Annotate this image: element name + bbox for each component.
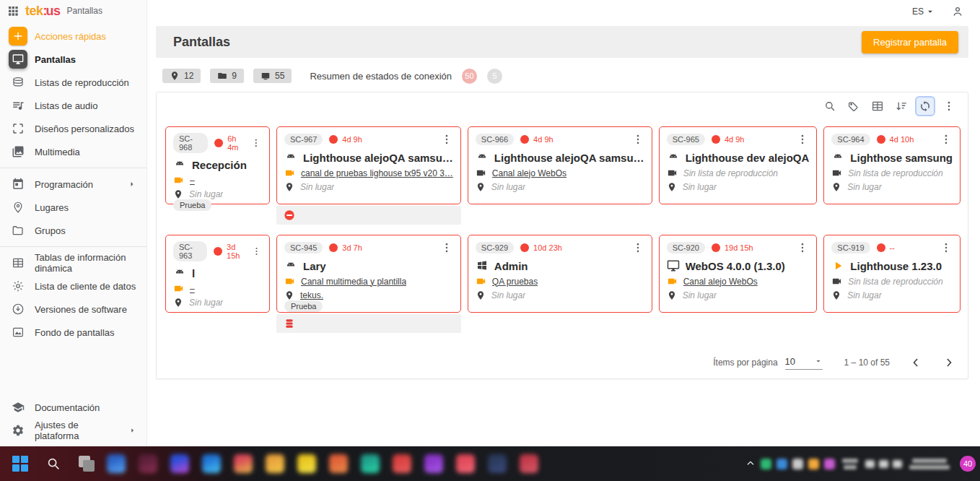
battery-icon[interactable] — [893, 460, 902, 468]
taskbar-app-icon[interactable] — [229, 449, 258, 478]
playlist-value: Sin lista de reproducción — [848, 277, 942, 287]
offline-duration: 4d 9h — [533, 135, 554, 144]
previous-page-button[interactable] — [909, 355, 923, 370]
sidebar-item-grupos[interactable]: Grupos — [0, 219, 146, 242]
counter-chip-groups-count[interactable]: 9 — [210, 69, 244, 83]
tray-overflow-button[interactable] — [745, 458, 756, 469]
sidebar-item-disenos-personalizados[interactable]: Diseños personalizados — [0, 117, 146, 140]
location-value[interactable]: tekus. — [300, 290, 323, 300]
tray-app-icon[interactable] — [761, 459, 771, 469]
screen-card[interactable]: SC-964 4d 10h Lighthose samsung Sin list… — [823, 126, 961, 204]
sidebar-item-ajustes-de-plataforma[interactable]: Ajustes de plataforma — [0, 419, 146, 442]
card-menu-button[interactable] — [940, 133, 953, 146]
tray-app-icon[interactable] — [776, 459, 787, 469]
tray-language-indicator[interactable] — [842, 459, 858, 469]
taskbar-app-icon[interactable] — [356, 449, 385, 478]
card-menu-button[interactable] — [631, 241, 644, 254]
screen-card[interactable]: SC-967 4d 9h Lighthouse alejoQA samsu… c… — [276, 126, 461, 225]
sidebar-item-multimedia[interactable]: Multimedia — [0, 140, 146, 163]
sidebar-item-lugares[interactable]: Lugares — [0, 196, 146, 219]
taskbar-app-icon[interactable] — [515, 449, 543, 478]
taskbar-app-icon[interactable] — [102, 449, 131, 478]
tray-app-icon[interactable] — [792, 459, 803, 469]
table-icon — [871, 100, 884, 113]
taskbar-app-icon[interactable] — [197, 449, 226, 478]
playlist-value[interactable]: – — [190, 176, 195, 186]
taskbar-app-icon[interactable] — [165, 449, 194, 478]
playlist-value[interactable]: – — [190, 284, 195, 294]
task-view-button[interactable] — [72, 449, 101, 478]
tray-app-icon[interactable] — [824, 459, 835, 469]
refresh-button[interactable] — [915, 96, 935, 116]
card-menu-button[interactable] — [251, 245, 262, 258]
taskbar-app-icon[interactable] — [483, 449, 512, 478]
pin-outline-icon — [12, 201, 25, 214]
next-page-button[interactable] — [942, 355, 956, 370]
sidebar-item-pantallas[interactable]: Pantallas — [0, 48, 146, 71]
sidebar-item-acciones-rapidas[interactable]: Acciones rápidas — [0, 25, 146, 48]
screen-card[interactable]: SC-920 19d 15h WebOS 4.0.0 (1.3.0) Canal… — [659, 235, 818, 313]
playlist-value[interactable]: canal de pruebas lighouse tx95 v20 3… — [301, 168, 453, 178]
screen-card[interactable]: SC-966 4d 9h Lighthouse alejoQA samsu… C… — [468, 126, 652, 204]
screen-title: Lighthose samsung — [850, 152, 953, 164]
tray-app-icon[interactable] — [808, 459, 819, 469]
start-button[interactable] — [6, 449, 35, 478]
card-menu-button[interactable] — [440, 241, 453, 254]
playlist-value[interactable]: Canal alejo WebOs — [683, 277, 758, 287]
taskbar-app-icon[interactable] — [292, 449, 321, 478]
sort-button[interactable] — [891, 96, 911, 116]
sidebar-item-label: Listas de reproducción — [35, 77, 129, 88]
counter-chip-screens-count[interactable]: 55 — [253, 69, 292, 83]
sidebar-item-label: Multimedia — [35, 147, 80, 157]
taskbar-app-icon[interactable] — [419, 449, 448, 478]
volume-icon[interactable] — [879, 460, 888, 468]
taskbar-app-icon[interactable] — [134, 449, 162, 478]
clock-date-display[interactable] — [909, 459, 950, 469]
card-menu-button[interactable] — [940, 241, 953, 254]
screen-card[interactable]: SC-968 6h 4m Recepción – Sin lugar Prueb… — [165, 126, 270, 204]
taskbar-app-icon[interactable] — [451, 449, 480, 478]
taskbar-app-icon[interactable] — [324, 449, 353, 478]
sidebar-item-listas-de-reproduccion[interactable]: Listas de reproducción — [0, 71, 146, 94]
screen-card[interactable]: SC-963 3d 15h l – Sin lugar — [165, 235, 270, 313]
sidebar-item-lista-cliente-datos[interactable]: Lista de cliente de datos — [0, 274, 146, 298]
taskbar-app-icon[interactable] — [261, 449, 289, 478]
tekus-logo[interactable]: tek:us — [25, 4, 61, 17]
sidebar-item-documentacion[interactable]: Documentación — [0, 396, 146, 419]
register-screen-button[interactable]: Registrar pantalla — [862, 31, 958, 53]
network-icon[interactable] — [865, 460, 875, 468]
screen-card[interactable]: SC-919 -- Lighthouse 1.23.0 Sin lista de… — [823, 235, 961, 313]
layers-icon — [12, 76, 25, 89]
card-menu-button[interactable] — [250, 136, 262, 150]
playlist-value[interactable]: Canal alejo WebOs — [492, 168, 566, 178]
card-menu-button[interactable] — [796, 133, 809, 146]
sidebar-item-tablas-informacion-dinamica[interactable]: Tablas de información dinámica — [0, 251, 146, 274]
notification-count-badge[interactable]: 40 — [960, 456, 976, 472]
caret-down-icon — [925, 6, 935, 17]
counter-chip-places-count[interactable]: 12 — [162, 69, 201, 83]
page-size-select[interactable]: 10 — [785, 356, 823, 370]
language-selector[interactable]: ES — [912, 6, 935, 17]
playlist-value[interactable]: QA pruebas — [492, 277, 538, 287]
filter-tags-button[interactable] — [844, 96, 864, 116]
app-icon — [393, 454, 411, 473]
screen-card[interactable]: SC-929 10d 23h Admin QA pruebas Sin luga… — [468, 235, 652, 313]
apps-grid-icon[interactable] — [7, 5, 19, 17]
taskbar-search-button[interactable] — [39, 449, 68, 478]
card-menu-button[interactable] — [440, 133, 453, 146]
more-options-button[interactable] — [939, 96, 959, 116]
sidebar-item-listas-de-audio[interactable]: Listas de audio — [0, 94, 146, 117]
screen-card[interactable]: SC-945 3d 7h Lary Canal multimedia y pla… — [276, 235, 461, 333]
sidebar-item-versiones-de-software[interactable]: Versiones de software — [0, 298, 146, 321]
sidebar-item-fondo-de-pantallas[interactable]: Fondo de pantallas — [0, 321, 146, 344]
user-account-icon[interactable] — [951, 5, 964, 18]
table-view-button[interactable] — [867, 96, 888, 116]
playlist-value[interactable]: Canal multimedia y plantilla — [301, 277, 406, 287]
card-menu-button[interactable] — [796, 241, 809, 254]
sidebar-item-programacion[interactable]: Programación — [0, 173, 146, 196]
location-value: Sin lugar — [847, 290, 881, 300]
screen-card[interactable]: SC-965 4d 9h Lighthouse dev alejoQA Sin … — [659, 126, 818, 204]
card-menu-button[interactable] — [631, 133, 644, 146]
search-button[interactable] — [820, 96, 840, 116]
taskbar-app-icon[interactable] — [388, 449, 416, 478]
